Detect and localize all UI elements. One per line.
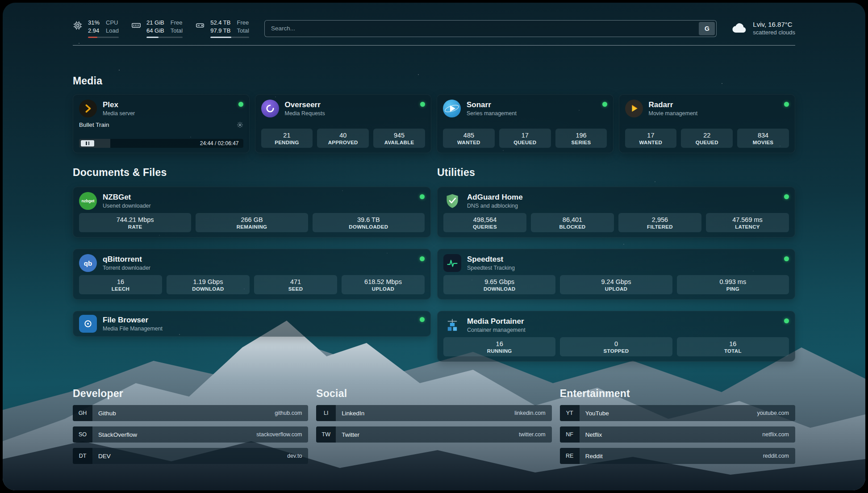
stat-pending: 21PENDING <box>261 129 313 148</box>
app-card-speedtest[interactable]: Speedtest Speedtest Tracking 9.65 GbpsDO… <box>437 249 795 300</box>
app-subtitle: Torrent downloader <box>103 265 150 271</box>
bookmark-dev[interactable]: DT DEV dev.to <box>73 448 308 464</box>
media-section-title: Media <box>73 75 795 87</box>
app-subtitle: Media server <box>103 110 135 117</box>
app-name: Speedtest <box>467 255 515 264</box>
sonarr-icon <box>443 100 461 117</box>
stat-download: 9.65 GbpsDOWNLOAD <box>443 275 555 294</box>
gear-icon[interactable] <box>237 121 243 128</box>
entertainment-section-title: Entertainment <box>560 388 795 400</box>
app-card-nzbget[interactable]: nzbget NZBGet Usenet downloader 744.21 M… <box>73 187 431 238</box>
status-dot <box>420 102 425 107</box>
stat-ping: 0.993 msPING <box>677 275 789 294</box>
app-card-plex[interactable]: Plex Media server Bullet Train <box>73 94 250 153</box>
app-name: Sonarr <box>467 100 517 109</box>
adguard-icon <box>443 192 461 210</box>
app-card-radarr[interactable]: Radarr Movie management 17WANTED 22QUEUE… <box>619 94 796 153</box>
radarr-icon <box>625 100 643 117</box>
app-name: Overseerr <box>285 100 325 109</box>
ram-free-value: 21 GiB <box>146 19 164 27</box>
stat-movies: 834MOVIES <box>737 129 789 148</box>
bookmark-youtube[interactable]: YT YouTube youtube.com <box>560 405 795 421</box>
search-engine-button[interactable]: G <box>699 22 715 35</box>
app-card-sonarr[interactable]: Sonarr Series management 485WANTED 17QUE… <box>437 94 613 153</box>
stat-upload: 9.24 GbpsUPLOAD <box>560 275 672 294</box>
documents-section-title: Documents & Files <box>73 167 431 179</box>
stackoverflow-icon: SO <box>73 426 92 443</box>
app-card-overseerr[interactable]: Overseerr Media Requests 21PENDING 40APP… <box>255 94 432 153</box>
status-dot <box>420 317 425 322</box>
disk-free-label: Free <box>237 19 249 27</box>
section-utilities: Utilities AdGuard Home DNS and adblockin… <box>437 167 795 362</box>
player-time: 24:44 / 02:06:47 <box>200 140 239 146</box>
app-name: File Browser <box>103 316 163 325</box>
stat-series: 196SERIES <box>555 129 607 148</box>
app-subtitle: Media Requests <box>285 110 325 117</box>
app-subtitle: Usenet downloader <box>103 203 151 209</box>
bookmark-reddit[interactable]: RE Reddit reddit.com <box>560 448 795 464</box>
stat-upload: 618.52 MbpsUPLOAD <box>342 275 425 294</box>
stat-wanted: 485WANTED <box>443 129 495 148</box>
app-name: Media Portainer <box>467 317 526 326</box>
app-card-adguard[interactable]: AdGuard Home DNS and adblocking 498,564Q… <box>437 187 795 238</box>
app-card-filebrowser[interactable]: File Browser Media File Management <box>73 311 431 337</box>
stat-queued: 17QUEUED <box>499 129 551 148</box>
status-dot <box>602 102 607 107</box>
netflix-icon: NF <box>560 426 580 443</box>
stat-queries: 498,564QUERIES <box>443 213 526 232</box>
section-entertainment: Entertainment YT YouTube youtube.com NF … <box>560 388 795 464</box>
bookmark-stackoverflow[interactable]: SO StackOverflow stackoverflow.com <box>73 426 308 443</box>
cpu-load-label: Load <box>106 27 119 35</box>
social-section-title: Social <box>316 388 551 400</box>
status-dot <box>238 102 243 107</box>
status-dot <box>420 256 425 261</box>
developer-section-title: Developer <box>73 388 308 400</box>
stars-decoration <box>3 3 4 4</box>
bookmark-linkedin[interactable]: LI LinkedIn linkedin.com <box>316 405 551 421</box>
stat-downloaded: 39.6 TBDOWNLOADED <box>313 213 425 232</box>
twitter-icon: TW <box>316 426 336 443</box>
weather-location: Lviv, 16.87°C <box>753 20 795 29</box>
section-media: Media Plex Media server <box>73 75 795 153</box>
stat-running: 16RUNNING <box>443 337 555 356</box>
app-name: Plex <box>103 100 135 109</box>
app-name: AdGuard Home <box>467 193 523 202</box>
pause-button[interactable] <box>81 140 94 146</box>
bookmark-github[interactable]: GH Github github.com <box>73 405 308 421</box>
portainer-icon <box>443 316 461 334</box>
speedtest-icon <box>443 254 461 272</box>
app-subtitle: Media File Management <box>103 326 163 332</box>
disk-icon <box>195 21 205 32</box>
stat-approved: 40APPROVED <box>317 129 369 148</box>
status-dot <box>784 102 789 107</box>
app-subtitle: Movie management <box>649 110 698 117</box>
status-dot <box>784 256 789 261</box>
disk-total-value: 97.9 TB <box>210 27 230 35</box>
cloud-icon <box>732 22 747 35</box>
stat-queued: 22QUEUED <box>681 129 733 148</box>
player-progress-bar[interactable]: 24:44 / 02:06:47 <box>79 139 243 148</box>
section-developer: Developer GH Github github.com SO StackO… <box>73 388 308 464</box>
dev-icon: DT <box>73 448 92 464</box>
search-bar: G <box>264 20 717 37</box>
stat-stopped: 0STOPPED <box>560 337 672 356</box>
cpu-usage-value: 31% <box>88 19 100 27</box>
bookmark-twitter[interactable]: TW Twitter twitter.com <box>316 426 551 443</box>
stat-rate: 744.21 MbpsRATE <box>79 213 191 232</box>
stat-total: 16TOTAL <box>677 337 789 356</box>
cpu-icon <box>73 21 83 32</box>
bookmark-netflix[interactable]: NF Netflix netflix.com <box>560 426 795 443</box>
app-card-portainer[interactable]: Media Portainer Container management 16R… <box>437 311 795 362</box>
plex-icon <box>79 100 97 117</box>
ram-total-value: 64 GiB <box>146 27 164 35</box>
app-subtitle: Series management <box>467 110 517 117</box>
search-input[interactable] <box>265 21 699 37</box>
status-dot <box>784 318 789 323</box>
stat-latency: 47.569 msLATENCY <box>706 213 789 232</box>
app-card-qbittorrent[interactable]: qb qBittorrent Torrent downloader 16LEEC… <box>73 249 431 300</box>
stat-wanted: 17WANTED <box>625 129 677 148</box>
stat-remaining: 266 GBREMAINING <box>196 213 308 232</box>
linkedin-icon: LI <box>316 405 336 421</box>
disk-total-label: Total <box>237 27 249 35</box>
nzbget-icon: nzbget <box>79 192 97 210</box>
